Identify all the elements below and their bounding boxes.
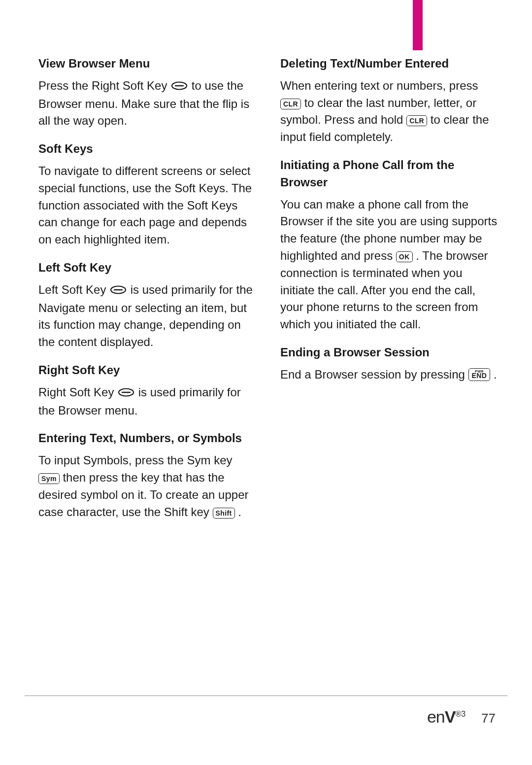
soft-key-icon [117,385,135,402]
text: Left Soft Key [38,283,109,296]
footer-divider [25,695,507,696]
body-text: Left Soft Key is used primarily for the … [38,281,256,351]
text: When entering text or numbers, press [280,79,478,92]
text: . [238,505,241,519]
body-text: End a Browser session by pressing PWR EN… [280,366,498,383]
text: To input Symbols, press the Sym key [38,453,233,467]
heading-entering-text: Entering Text, Numbers, or Symbols [38,430,256,447]
clr-key-icon: CLR [406,115,427,126]
body-text: To navigate to different screens or sele… [38,163,256,248]
body-text: Press the Right Soft Key to use the Brow… [38,77,256,130]
end-key-icon: PWR END [468,368,491,381]
heading-left-soft-key: Left Soft Key [38,259,256,277]
manual-page: View Browser Menu Press the Right Soft K… [0,0,532,765]
section-tab-accent [413,0,423,50]
soft-key-icon [109,282,127,300]
heading-ending-session: Ending a Browser Session [280,344,498,361]
heading-right-soft-key: Right Soft Key [38,362,256,379]
body-text: Right Soft Key is used primarily for the… [38,384,256,419]
clr-key-icon: CLR [280,99,301,109]
body-text: When entering text or numbers, press CLR… [280,77,498,146]
left-column: View Browser Menu Press the Right Soft K… [38,55,256,523]
logo-sup: ®3 [455,710,466,718]
heading-initiating-call: Initiating a Phone Call from the Browser [280,157,498,191]
end-label: END [472,372,487,380]
product-logo: enV®3 [427,707,466,727]
content-columns: View Browser Menu Press the Right Soft K… [38,55,498,523]
text: . [494,368,497,381]
sym-key-icon: Sym [38,473,60,484]
body-text: To input Symbols, press the Sym key Sym … [38,452,256,521]
text: Right Soft Key [38,385,117,399]
page-number: 77 [481,711,496,726]
logo-v: V [445,707,456,726]
ok-key-icon: OK [396,251,413,262]
text: Press the Right Soft Key [38,79,170,92]
page-footer: enV®3 77 [427,707,496,727]
heading-deleting-text: Deleting Text/Number Entered [280,55,498,72]
shift-key-icon: Shift [213,508,235,519]
logo-prefix: en [427,707,445,726]
right-column: Deleting Text/Number Entered When enteri… [280,55,498,523]
heading-view-browser-menu: View Browser Menu [38,55,256,72]
heading-soft-keys: Soft Keys [38,140,256,158]
body-text: You can make a phone call from the Brows… [280,196,498,333]
text: End a Browser session by pressing [280,368,468,381]
soft-key-icon [170,78,188,96]
